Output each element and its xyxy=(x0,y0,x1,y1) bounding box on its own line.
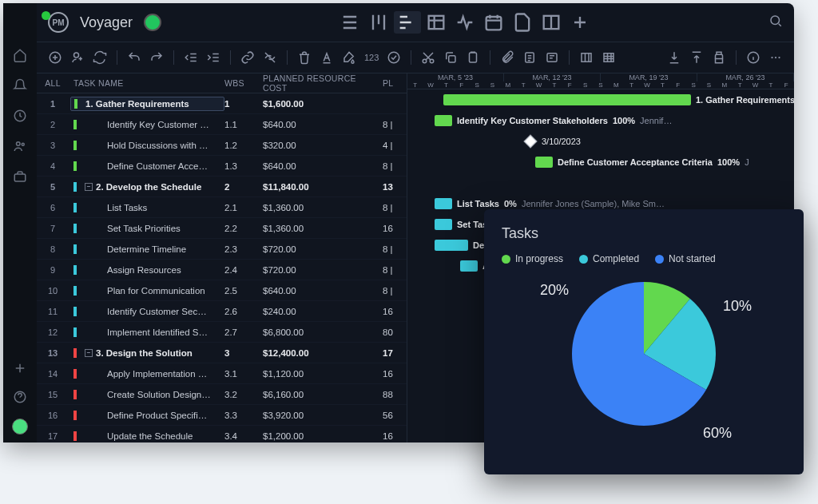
delete-icon[interactable] xyxy=(297,50,312,65)
task-name-cell[interactable]: Define Customer Acce… xyxy=(69,161,224,171)
grid-icon[interactable] xyxy=(602,50,616,65)
recurring-icon[interactable] xyxy=(93,50,107,65)
paste-icon[interactable] xyxy=(466,50,480,65)
text-color-icon[interactable] xyxy=(320,50,334,65)
attach-icon[interactable] xyxy=(500,50,514,65)
gantt-row[interactable]: 1. Gather Requirements 100% xyxy=(407,89,794,110)
task-name-cell[interactable]: − 2. Develop the Schedule xyxy=(69,182,224,192)
table-row[interactable]: 10 Plan for Communication 2.5 $640.00 8 … xyxy=(37,280,407,301)
gantt-row[interactable]: Define Customer Acceptance Criteria 100%… xyxy=(407,152,794,173)
app-logo-icon[interactable]: PM xyxy=(48,12,69,33)
gantt-view-icon[interactable] xyxy=(394,11,421,34)
task-name-cell[interactable]: Hold Discussions with … xyxy=(69,141,224,150)
add-task-icon[interactable] xyxy=(48,50,62,65)
note-icon[interactable] xyxy=(522,50,537,65)
table-row[interactable]: 5 − 2. Develop the Schedule 2 $11,840.00… xyxy=(37,177,407,197)
col-header-all[interactable]: ALL xyxy=(37,78,69,88)
task-name-cell[interactable]: Determine Timeline xyxy=(69,244,224,254)
task-name-cell[interactable]: Update the Schedule xyxy=(69,431,224,441)
table-row[interactable]: 4 Define Customer Acce… 1.3 $640.00 8 | xyxy=(37,156,407,177)
more-icon[interactable] xyxy=(768,50,783,65)
milestone-icon[interactable] xyxy=(524,135,538,149)
task-name-cell[interactable]: Create Solution Design… xyxy=(69,390,224,399)
col-header-cost[interactable]: PLANNED RESOURCE COST xyxy=(263,73,383,93)
table-row[interactable]: 11 Identify Customer Sec… 2.6 $240.00 16 xyxy=(37,301,407,322)
calendar-view-icon[interactable] xyxy=(480,11,507,34)
tasks-widget[interactable]: Tasks In progress Completed Not started … xyxy=(484,209,804,474)
task-name-cell[interactable]: Implement Identified S… xyxy=(69,327,224,337)
sheet-view-icon[interactable] xyxy=(423,11,450,34)
col-header-pl[interactable]: PL xyxy=(383,78,407,88)
panel-view-icon[interactable] xyxy=(538,11,565,34)
help-icon[interactable] xyxy=(13,390,27,404)
user-avatar[interactable] xyxy=(12,419,28,435)
file-view-icon[interactable] xyxy=(509,11,536,34)
gantt-bar[interactable] xyxy=(443,94,691,105)
task-name-cell[interactable]: Assign Resources xyxy=(69,265,224,275)
link-icon[interactable] xyxy=(240,50,255,65)
task-name-cell[interactable]: Plan for Communication xyxy=(69,286,224,296)
table-row[interactable]: 1 1. Gather Requirements 1 $1,600.00 xyxy=(37,93,407,114)
undo-icon[interactable] xyxy=(127,50,141,65)
info-icon[interactable] xyxy=(746,50,760,65)
search-icon[interactable] xyxy=(768,14,783,31)
clear-icon[interactable] xyxy=(387,50,401,65)
table-row[interactable]: 13 − 3. Design the Solution 3 $12,400.00… xyxy=(37,343,407,363)
task-name-cell[interactable]: Define Product Specifi… xyxy=(69,411,224,420)
clock-icon[interactable] xyxy=(13,109,27,123)
table-row[interactable]: 6 List Tasks 2.1 $1,360.00 8 | xyxy=(37,197,407,218)
table-row[interactable]: 7 Set Task Priorities 2.2 $1,360.00 16 xyxy=(37,218,407,239)
table-row[interactable]: 9 Assign Resources 2.4 $720.00 8 | xyxy=(37,260,407,280)
briefcase-icon[interactable] xyxy=(13,169,27,184)
redo-icon[interactable] xyxy=(149,50,164,65)
table-row[interactable]: 14 Apply Implementation … 3.1 $1,120.00 … xyxy=(37,363,407,384)
task-name-cell[interactable]: Identify Key Customer … xyxy=(69,120,224,129)
columns-icon[interactable] xyxy=(579,50,594,65)
gantt-row[interactable]: Identify Key Customer Stakeholders 100% … xyxy=(407,110,794,131)
col-header-wbs[interactable]: WBS xyxy=(224,78,263,88)
table-row[interactable]: 16 Define Product Specifi… 3.3 $3,920.00… xyxy=(37,405,407,426)
table-row[interactable]: 2 Identify Key Customer … 1.1 $640.00 8 … xyxy=(37,114,407,135)
gantt-bar[interactable] xyxy=(535,157,553,168)
export-icon[interactable] xyxy=(689,50,704,65)
task-name-cell[interactable]: List Tasks xyxy=(69,203,224,212)
activity-view-icon[interactable] xyxy=(451,11,478,34)
add-icon[interactable] xyxy=(13,361,27,375)
gantt-row[interactable] xyxy=(407,173,794,193)
gantt-bar[interactable] xyxy=(435,115,452,126)
cut-icon[interactable] xyxy=(421,50,435,65)
indent-icon[interactable] xyxy=(206,50,220,65)
collapse-icon[interactable]: − xyxy=(85,183,93,191)
fill-icon[interactable] xyxy=(342,50,356,65)
gantt-row[interactable]: 3/10/2023 xyxy=(407,131,794,152)
team-icon[interactable] xyxy=(13,139,27,153)
table-row[interactable]: 17 Update the Schedule 3.4 $1,200.00 16 xyxy=(37,426,407,442)
outdent-icon[interactable] xyxy=(184,50,198,65)
home-icon[interactable] xyxy=(13,48,27,62)
unlink-icon[interactable] xyxy=(263,50,277,65)
copy-icon[interactable] xyxy=(443,50,458,65)
form-icon[interactable] xyxy=(545,50,559,65)
table-row[interactable]: 8 Determine Timeline 2.3 $720.00 8 | xyxy=(37,239,407,260)
gantt-bar[interactable] xyxy=(435,240,468,251)
col-header-name[interactable]: TASK NAME xyxy=(69,78,224,88)
bell-icon[interactable] xyxy=(13,78,27,93)
project-avatar-icon[interactable] xyxy=(144,14,161,31)
table-row[interactable]: 15 Create Solution Design… 3.2 $6,160.00… xyxy=(37,384,407,405)
collapse-icon[interactable]: − xyxy=(85,349,93,357)
gantt-bar[interactable] xyxy=(435,198,452,209)
print-icon[interactable] xyxy=(712,50,726,65)
import-icon[interactable] xyxy=(667,50,681,65)
gantt-bar[interactable] xyxy=(460,260,478,272)
task-name-cell[interactable]: Identify Customer Sec… xyxy=(69,307,224,316)
assign-icon[interactable] xyxy=(70,50,85,65)
task-name-cell[interactable]: − 3. Design the Solution xyxy=(69,348,224,358)
task-name-cell[interactable]: 1. Gather Requirements xyxy=(70,97,224,111)
task-name-cell[interactable]: Apply Implementation … xyxy=(69,369,224,379)
list-view-icon[interactable] xyxy=(336,11,363,34)
task-name-cell[interactable]: Set Task Priorities xyxy=(69,224,224,233)
gantt-bar[interactable] xyxy=(435,219,452,230)
add-view-icon[interactable] xyxy=(566,11,594,34)
table-row[interactable]: 3 Hold Discussions with … 1.2 $320.00 4 … xyxy=(37,135,407,156)
maximize-window-icon[interactable] xyxy=(42,11,50,20)
